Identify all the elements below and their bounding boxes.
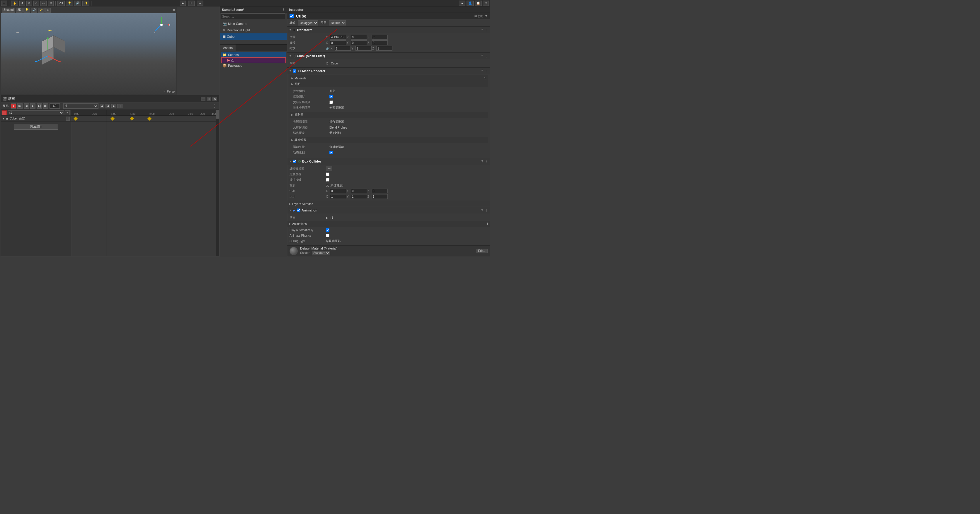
edit-collider-btn[interactable]: ✏ [326,166,332,171]
rot-x[interactable] [330,40,346,45]
toolbar-move[interactable]: ✥ [19,1,25,6]
size-x[interactable] [330,194,346,199]
dynamic-occlusion-checkbox[interactable] [329,151,333,154]
rot-z[interactable] [372,40,388,45]
keyframe-0[interactable] [73,117,78,121]
hierarchy-search[interactable] [221,13,285,19]
mesh-renderer-checkbox[interactable] [293,69,296,73]
track-settings-btn[interactable]: ⋮ [66,117,70,121]
next-key-btn[interactable]: ▶ [111,104,116,108]
animate-physics-checkbox[interactable] [326,234,329,237]
scene-gizmo[interactable]: Y X Z [153,16,170,34]
mesh-renderer-header[interactable]: ▼ ⬡ Mesh Renderer ? ⋮ [287,68,490,74]
toolbar-rotate[interactable]: ↺ [26,1,32,6]
play-button[interactable]: ▶ [180,1,186,6]
tag-select[interactable]: Untagged [298,20,318,25]
toolbar-menu[interactable]: ☰ [1,1,7,6]
hierarchy-item-light[interactable]: ☀ Directional Light [220,27,287,33]
scene-2d-btn[interactable]: 2D [16,8,22,13]
anim-menu-btn[interactable]: ⋮ [212,103,217,109]
toolbar-hand[interactable]: ✋ [11,1,18,6]
skip-end-btn[interactable]: ⏭ [43,103,48,109]
animation-menu[interactable]: ⋮ [485,209,488,212]
size-z[interactable] [372,194,388,199]
pause-button[interactable]: ⏸ [188,1,195,6]
lighting-sub[interactable]: ▶ 照明 [290,81,488,87]
material-edit-btn[interactable]: Edit... [476,249,488,253]
project-folder-packages[interactable]: 📦 Packages [221,63,286,68]
shader-select[interactable]: Standard [312,251,330,255]
pos-x[interactable] [330,35,346,40]
provides-contacts-checkbox[interactable] [326,178,329,182]
clip-name-select[interactable]: r1 [8,110,64,115]
animation-checkbox[interactable] [297,209,301,212]
next-frame-btn[interactable]: ▶| [37,103,42,109]
toolbar-scale[interactable]: ⤢ [33,1,39,6]
scene-audio-btn[interactable]: 🔊 [31,8,37,13]
add-key-btn[interactable]: + [65,110,70,115]
project-tab-assets[interactable]: Assets [220,44,236,51]
scrollbar-thumb[interactable] [216,110,219,119]
size-y[interactable] [351,194,367,199]
diamond-key-btn[interactable]: ◆ [100,104,104,108]
scene-light-btn[interactable]: 💡 [24,8,30,13]
obj-active-checkbox[interactable] [290,14,294,18]
keyframe-2[interactable] [130,117,134,121]
project-item-r1[interactable]: ▶ r1 [221,57,286,63]
animation-help[interactable]: ? [481,209,483,212]
scene-fx-btn[interactable]: ✨ [38,8,45,13]
other-settings-sub[interactable]: ▶ 其他设置 [290,137,488,143]
contribute-gi-checkbox[interactable] [329,100,333,104]
hierarchy-item-camera[interactable]: 📷 Main Camera [220,21,287,27]
transform-header[interactable]: ▼ ⊞ Transform ? ⋮ [287,27,490,33]
add-property-btn[interactable]: 添加属性 [14,124,58,130]
rot-y[interactable] [351,40,367,45]
toolbar-2d[interactable]: 2D [57,1,65,6]
layout-btn[interactable]: ⊟ [483,1,489,6]
receive-shadows-checkbox[interactable] [329,95,333,98]
scene-gizmos-btn[interactable]: ⊞ [45,8,51,13]
toolbar-audio[interactable]: 🔊 [74,1,81,6]
mesh-renderer-menu[interactable]: ⋮ [485,70,488,73]
box-collider-header[interactable]: ▼ ⬡ Box Collider ? ⋮ [287,158,490,165]
toolbar-fx[interactable]: ✨ [82,1,89,6]
animation-header[interactable]: ▼ ▶ Animation ? ⋮ [287,207,490,214]
mesh-renderer-help[interactable]: ? [481,70,483,73]
keyframe-1[interactable] [110,117,115,121]
project-folder-scenes[interactable]: 📁 Scenes [221,52,286,57]
play-auto-checkbox[interactable] [326,228,329,232]
scale-x[interactable] [335,46,351,51]
mesh-filter-header[interactable]: ▼ ⬡ Cube (Mesh Filter) ? ⋮ [287,53,490,59]
animations-sub[interactable]: ▶ Animations 1 [287,221,490,227]
scale-z[interactable] [376,46,392,51]
hierarchy-item-cube[interactable]: ▣ Cube [220,33,287,40]
box-collider-menu[interactable]: ⋮ [485,160,488,163]
scene-more-btn[interactable]: ≡ [173,8,175,13]
account-btn[interactable]: 👤 [466,1,474,6]
probes-sub[interactable]: ▶ 探测器 [290,112,488,118]
toolbar-transform[interactable]: ⊞ [48,1,54,6]
prev-key-btn[interactable]: ◀ [105,104,110,108]
layer-select[interactable]: Default [329,20,346,25]
clip-select[interactable]: r1 [63,103,99,109]
anim-timeline[interactable]: 0:00 0:30 1:00 1:30 2:00 2:30 3:00 3:30 … [71,110,219,256]
box-collider-help[interactable]: ? [481,160,483,163]
toolbar-light[interactable]: 💡 [66,1,73,6]
pos-y[interactable] [351,35,367,40]
layers-btn[interactable]: 📋 [475,1,482,6]
mesh-filter-menu[interactable]: ⋮ [485,54,488,58]
frame-input[interactable] [49,103,60,109]
transform-help[interactable]: ? [481,29,483,32]
center-z[interactable] [372,189,388,193]
record-btn[interactable]: ● [11,103,16,109]
static-dropdown[interactable]: ▼ [485,14,488,17]
transform-menu[interactable]: ⋮ [485,29,488,32]
anim-minimize-btn[interactable]: — [201,97,205,102]
skip-start-btn[interactable]: ⏮ [17,103,22,109]
timeline-scrollbar[interactable] [216,110,219,256]
mesh-filter-help[interactable]: ? [481,54,483,58]
layer-overrides-header[interactable]: ▶ Layer Overrides [287,201,490,207]
toolbar-rect[interactable]: ▭ [40,1,46,6]
cloud-btn[interactable]: ☁ [459,1,465,6]
hierarchy-menu[interactable]: ⋮ [282,8,285,11]
